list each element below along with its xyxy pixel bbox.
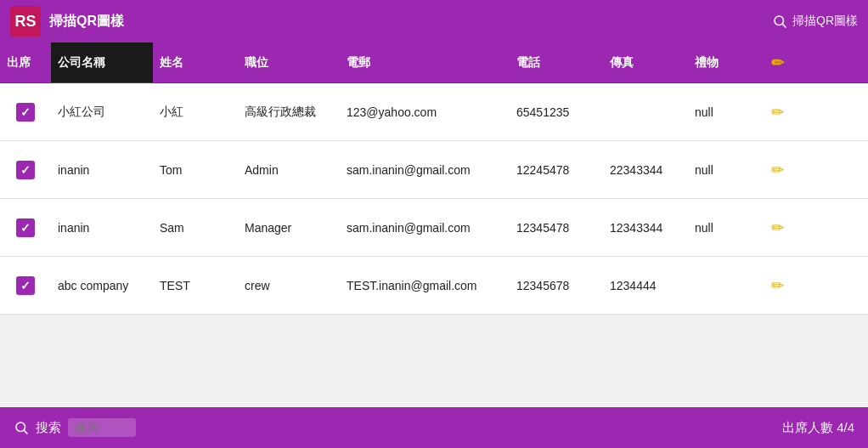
- column-header-row: 出席 公司名稱 姓名 職位 電郵 電話 傳真 禮物 ✏: [0, 43, 868, 83]
- checkbox-0[interactable]: [16, 103, 35, 122]
- svg-point-2: [16, 422, 25, 432]
- row-gift-2: null: [688, 214, 756, 241]
- row-attend-0[interactable]: [0, 96, 51, 128]
- header-search-label: 掃描QR圖樣: [792, 14, 858, 29]
- row-fax-0: [603, 105, 688, 119]
- row-position-2: Manager: [238, 214, 340, 241]
- col-phone[interactable]: 電話: [510, 55, 603, 71]
- row-phone-2: 12345478: [510, 214, 603, 241]
- edit-icon-3[interactable]: ✏: [771, 276, 784, 295]
- header-left: RS 掃描QR圖樣: [10, 6, 124, 37]
- col-edit: ✏: [756, 54, 798, 72]
- footer: 搜索 出席人數 4/4: [0, 407, 868, 448]
- edit-icon-2[interactable]: ✏: [771, 218, 784, 237]
- row-phone-3: 12345678: [510, 272, 603, 299]
- search-icon[interactable]: [772, 14, 787, 29]
- row-fax-3: 1234444: [603, 272, 688, 299]
- row-edit-0[interactable]: ✏: [756, 96, 798, 128]
- header-title: 掃描QR圖樣: [49, 13, 124, 31]
- table-row: inanin Sam Manager sam.inanin@gmail.com …: [0, 199, 868, 257]
- row-company-1: inanin: [51, 156, 153, 184]
- edit-icon-1[interactable]: ✏: [771, 161, 784, 179]
- row-edit-1[interactable]: ✏: [756, 154, 798, 186]
- checkbox-1[interactable]: [16, 161, 35, 179]
- svg-line-1: [782, 24, 786, 27]
- row-position-1: Admin: [238, 156, 340, 184]
- row-company-3: abc company: [51, 272, 153, 299]
- edit-icon-0[interactable]: ✏: [771, 103, 784, 122]
- row-company-2: inanin: [51, 214, 153, 241]
- row-gift-0: null: [688, 99, 756, 126]
- row-attend-3[interactable]: [0, 269, 51, 302]
- checkbox-2[interactable]: [16, 218, 35, 237]
- col-email[interactable]: 電郵: [340, 55, 510, 71]
- row-email-0: 123@yahoo.com: [340, 99, 510, 126]
- checkbox-3[interactable]: [16, 276, 35, 295]
- row-name-3: TEST: [153, 272, 238, 299]
- row-fax-2: 12343344: [603, 214, 688, 241]
- table-body: 小紅公司 小紅 高級行政總裁 123@yahoo.com 65451235 nu…: [0, 83, 868, 315]
- footer-search-icon: [14, 420, 29, 435]
- row-attend-1[interactable]: [0, 154, 51, 186]
- table-row: 小紅公司 小紅 高級行政總裁 123@yahoo.com 65451235 nu…: [0, 83, 868, 141]
- row-position-0: 高級行政總裁: [238, 98, 340, 127]
- app-header: RS 掃描QR圖樣 掃描QR圖樣: [0, 0, 868, 43]
- footer-count: 出席人數 4/4: [782, 420, 854, 436]
- header-right[interactable]: 掃描QR圖樣: [772, 14, 858, 29]
- row-name-1: Tom: [153, 156, 238, 184]
- row-fax-1: 22343344: [603, 156, 688, 184]
- row-name-2: Sam: [153, 214, 238, 241]
- row-name-0: 小紅: [153, 98, 238, 127]
- row-position-3: crew: [238, 272, 340, 299]
- row-edit-2[interactable]: ✏: [756, 212, 798, 244]
- footer-search-area[interactable]: 搜索: [14, 418, 136, 437]
- row-attend-2[interactable]: [0, 212, 51, 244]
- col-company[interactable]: 公司名稱: [51, 43, 153, 82]
- svg-point-0: [775, 16, 784, 26]
- row-email-3: TEST.inanin@gmail.com: [340, 272, 510, 299]
- row-email-1: sam.inanin@gmail.com: [340, 156, 510, 184]
- col-fax[interactable]: 傳真: [603, 55, 688, 71]
- row-edit-3[interactable]: ✏: [756, 269, 798, 302]
- col-attend[interactable]: 出席: [0, 55, 51, 71]
- row-gift-1: null: [688, 156, 756, 184]
- footer-search-input[interactable]: [68, 418, 136, 437]
- svg-line-3: [24, 430, 27, 434]
- table-row: abc company TEST crew TEST.inanin@gmail.…: [0, 257, 868, 315]
- col-position[interactable]: 職位: [238, 55, 340, 71]
- row-phone-0: 65451235: [510, 99, 603, 126]
- col-gift[interactable]: 禮物: [688, 55, 756, 71]
- row-gift-3: [688, 279, 756, 292]
- logo: RS: [10, 6, 41, 37]
- table-row: inanin Tom Admin sam.inanin@gmail.com 12…: [0, 141, 868, 199]
- col-name[interactable]: 姓名: [153, 55, 238, 71]
- footer-search-label: 搜索: [36, 420, 61, 436]
- row-phone-1: 12245478: [510, 156, 603, 184]
- row-company-0: 小紅公司: [51, 98, 153, 127]
- row-email-2: sam.inanin@gmail.com: [340, 214, 510, 241]
